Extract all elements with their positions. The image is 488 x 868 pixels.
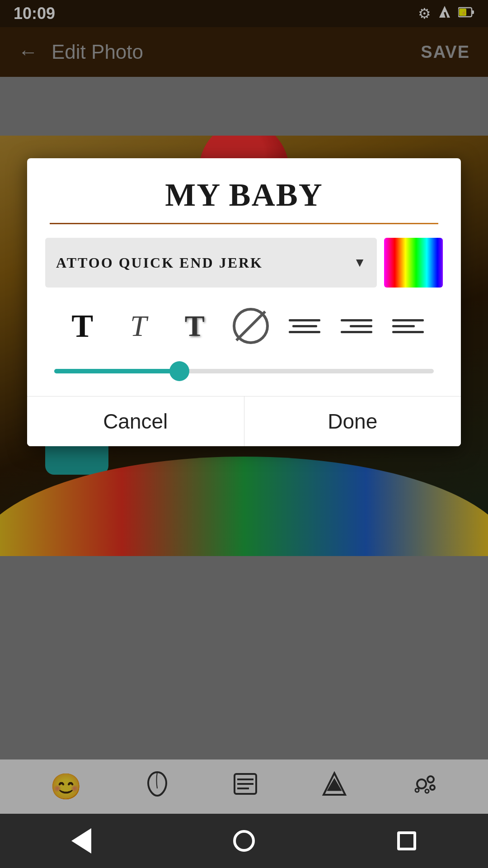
- font-dropdown[interactable]: ATTOO QUICK END JERK ▼: [45, 238, 377, 288]
- done-label: Done: [328, 409, 377, 434]
- align-center-button[interactable]: [286, 308, 323, 344]
- shadow-button[interactable]: T: [174, 306, 215, 346]
- nav-back-icon: [71, 828, 91, 854]
- font-size-slider-row: [27, 360, 461, 396]
- align-l-line-2: [392, 325, 415, 327]
- nav-recent-icon: [397, 831, 416, 850]
- nav-back-button[interactable]: [66, 825, 97, 857]
- text-preview: MY BABY: [50, 176, 438, 214]
- nav-home-button[interactable]: [228, 825, 260, 857]
- align-left-button[interactable]: [390, 308, 426, 344]
- align-right-button[interactable]: [338, 308, 375, 344]
- italic-button[interactable]: T: [118, 306, 159, 346]
- align-r-line-2: [350, 325, 372, 327]
- text-edit-dialog: MY BABY ATTOO QUICK END JERK ▼ T T T: [27, 158, 461, 446]
- align-line-1: [289, 319, 320, 321]
- align-line-2: [292, 325, 317, 327]
- shadow-icon: T: [185, 309, 205, 343]
- nav-bar: [0, 814, 488, 868]
- font-size-slider-track[interactable]: [54, 369, 434, 373]
- align-l-line-3: [392, 331, 424, 333]
- align-r-line-1: [341, 319, 372, 321]
- done-button[interactable]: Done: [244, 396, 461, 446]
- dialog-buttons: Cancel Done: [27, 396, 461, 446]
- slider-fill: [54, 369, 179, 373]
- color-picker[interactable]: [384, 238, 443, 288]
- nav-home-icon: [233, 830, 255, 852]
- font-dropdown-text: ATTOO QUICK END JERK: [56, 255, 353, 271]
- text-style-row: T T T: [27, 288, 461, 360]
- preview-divider: [50, 223, 438, 224]
- bold-icon: T: [71, 307, 93, 345]
- no-style-icon: [233, 308, 269, 344]
- cancel-label: Cancel: [103, 409, 168, 434]
- font-dropdown-arrow: ▼: [353, 255, 366, 270]
- align-left-icon: [392, 319, 424, 333]
- bold-button[interactable]: T: [62, 306, 103, 346]
- nav-recent-button[interactable]: [391, 825, 422, 857]
- align-right-icon: [341, 319, 372, 333]
- dialog-overlay: MY BABY ATTOO QUICK END JERK ▼ T T T: [0, 0, 488, 868]
- slider-thumb[interactable]: [169, 361, 189, 381]
- cancel-button[interactable]: Cancel: [27, 396, 244, 446]
- no-style-button[interactable]: [230, 306, 271, 346]
- align-r-line-3: [341, 331, 372, 333]
- font-selector-row: ATTOO QUICK END JERK ▼: [45, 238, 443, 288]
- align-l-line-1: [392, 319, 424, 321]
- italic-icon: T: [130, 309, 147, 343]
- text-preview-area: MY BABY: [27, 158, 461, 214]
- align-line-3: [289, 331, 320, 333]
